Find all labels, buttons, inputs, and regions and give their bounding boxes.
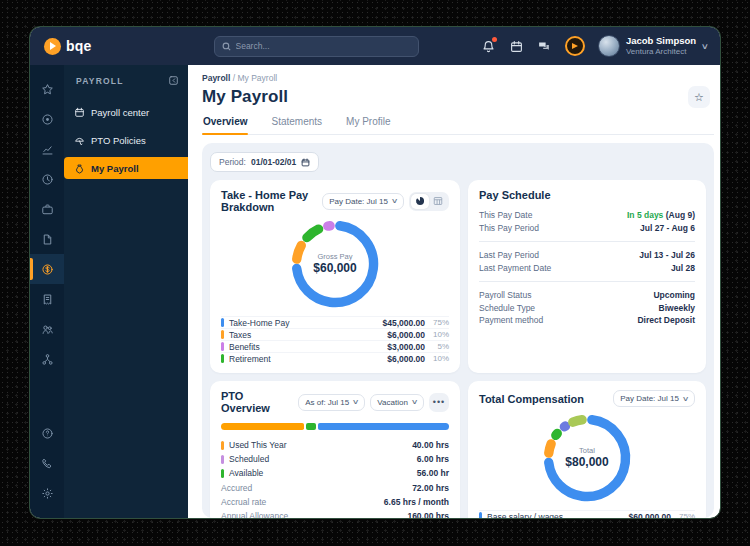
pto-row: Used This Year40.00 hrs <box>221 438 449 452</box>
legend-row: Take-Home Pay$45,000.0075% <box>221 316 449 328</box>
schedule-row: Payment methodDirect Deposit <box>479 314 695 327</box>
rail-favorites-star-icon[interactable] <box>30 74 64 104</box>
more-icon: ••• <box>433 397 445 407</box>
donut-center-label: Gross Pay <box>317 252 352 261</box>
legend-tick <box>221 318 224 327</box>
rail-invoices-receipt-icon[interactable] <box>30 284 64 314</box>
rail-people-icon[interactable] <box>30 314 64 344</box>
pie-view-button[interactable] <box>411 194 429 209</box>
legend-row: Retirement$6,000.0010% <box>221 352 449 364</box>
rail-help-icon[interactable] <box>30 418 64 448</box>
sidebar-item-label: Payroll center <box>91 107 149 118</box>
tab-statements[interactable]: Statements <box>270 116 323 134</box>
as-of-dropdown[interactable]: As of: Jul 15∨ <box>298 394 365 411</box>
chevron-down-icon: ∨ <box>352 398 360 406</box>
page-title: My Payroll <box>202 87 288 107</box>
favorite-star-button[interactable]: ☆ <box>688 86 710 108</box>
user-name: Jacob Simpson <box>626 36 696 47</box>
gross-pay-donut-chart: Gross Pay $60,000 <box>288 217 382 311</box>
assistant-play-button[interactable] <box>565 36 585 56</box>
breadcrumb-root[interactable]: Payroll <box>202 73 230 83</box>
legend-tick <box>221 354 224 363</box>
more-options-button[interactable]: ••• <box>429 393 449 412</box>
topbar: bqe Jacob Simpson Ventura Architect <box>30 27 720 65</box>
sidebar-item-payroll-center[interactable]: Payroll center <box>64 101 188 123</box>
sidebar-item-label: PTO Policies <box>91 135 146 146</box>
divider <box>479 241 695 242</box>
user-menu[interactable]: Jacob Simpson Ventura Architect ∨ <box>598 35 708 57</box>
pto-policies-icon <box>74 135 85 146</box>
schedule-row: This Pay DateIn 5 days (Aug 9) <box>479 209 695 222</box>
user-org: Ventura Architect <box>626 47 696 56</box>
schedule-row: Last Pay PeriodJul 13 - Jul 26 <box>479 249 695 262</box>
rail-settings-gear-icon[interactable] <box>30 478 64 508</box>
rail-dashboard-icon[interactable] <box>30 104 64 134</box>
card-title: Total Compensation <box>479 393 584 405</box>
rail-organization-icon[interactable] <box>30 344 64 374</box>
chevron-down-icon: ∨ <box>701 42 709 51</box>
legend-tick <box>221 342 224 351</box>
chevron-down-icon: ∨ <box>391 197 399 205</box>
pie-chart-icon <box>415 196 425 206</box>
pto-type-dropdown[interactable]: Vacation∨ <box>370 394 424 411</box>
dashboard-canvas: Period:01/01-02/01 Take - Home Pay Brakd… <box>202 143 714 518</box>
my-payroll-icon <box>74 163 85 174</box>
bqe-logo[interactable]: bqe <box>44 38 92 55</box>
card-title: Take - Home Pay Brakdown <box>221 189 318 213</box>
panel-collapse-icon[interactable] <box>168 75 179 86</box>
period-prefix: Period: <box>219 157 246 167</box>
bqe-logo-icon <box>44 38 61 55</box>
schedule-row: Schedule TypeBiweekly <box>479 302 695 315</box>
legend-tick <box>479 512 482 518</box>
period-filter[interactable]: Period:01/01-02/01 <box>210 152 319 172</box>
rail-projects-briefcase-icon[interactable] <box>30 194 64 224</box>
pay-date-dropdown[interactable]: Pay Date: Jul 15∨ <box>322 193 404 210</box>
bqe-logo-text: bqe <box>66 38 92 54</box>
pto-row: Accrual rate6.65 hrs / month <box>221 495 449 509</box>
rail-payroll-icon[interactable] <box>30 254 64 284</box>
pto-row: Accured72.00 hrs <box>221 481 449 495</box>
donut-center-label: Total <box>579 446 595 455</box>
search-input[interactable] <box>236 41 411 51</box>
bar-segment-used-this-year <box>221 423 304 430</box>
table-view-button[interactable] <box>429 194 447 209</box>
tab-bar: Overview Statements My Profile <box>202 116 714 135</box>
schedule-row: Payroll StatusUpcoming <box>479 289 695 302</box>
pto-row: Annual Allowance160.00 hrs <box>221 509 449 518</box>
calendar-icon[interactable] <box>509 39 524 54</box>
legend-row: Taxes$6,000.0010% <box>221 328 449 340</box>
legend-tick <box>221 455 224 464</box>
legend-row: Benefits$3,000.005% <box>221 340 449 352</box>
global-search[interactable] <box>214 36 419 57</box>
avatar <box>598 35 620 57</box>
pto-row: Available56.00 hr <box>221 466 449 480</box>
bar-segment-scheduled <box>306 423 316 430</box>
notification-dot <box>492 37 497 42</box>
rail-support-phone-icon[interactable] <box>30 448 64 478</box>
topbar-actions: Jacob Simpson Ventura Architect ∨ <box>481 35 708 57</box>
card-pay-schedule: Pay Schedule This Pay DateIn 5 days (Aug… <box>468 180 706 373</box>
tab-overview[interactable]: Overview <box>202 116 248 134</box>
panel-title: PAYROLL <box>76 76 124 86</box>
pay-date-dropdown[interactable]: Pay Date: Jul 15∨ <box>613 390 695 407</box>
due-in-badge: In 5 days <box>627 210 663 220</box>
pto-progress-bar <box>221 423 449 430</box>
view-toggle <box>409 192 449 211</box>
donut-center-value: $80,000 <box>565 455 608 470</box>
tab-my-profile[interactable]: My Profile <box>345 116 391 134</box>
messages-icon[interactable] <box>537 39 552 54</box>
breadcrumb-current: My Payroll <box>237 73 277 83</box>
notifications-bell-icon[interactable] <box>481 39 496 54</box>
rail-documents-icon[interactable] <box>30 224 64 254</box>
total-compensation-donut-chart: Total $80,000 <box>540 411 634 505</box>
payroll-center-icon <box>74 107 85 118</box>
search-icon <box>222 42 231 51</box>
pto-row: Scheduled6.00 hrs <box>221 452 449 466</box>
card-take-home-pay: Take - Home Pay Brakdown Pay Date: Jul 1… <box>210 180 460 373</box>
sidebar-item-my-payroll[interactable]: My Payroll <box>64 157 188 179</box>
legend-tick <box>221 441 224 450</box>
sidebar-item-pto-policies[interactable]: PTO Policies <box>64 129 188 151</box>
rail-reports-icon[interactable] <box>30 134 64 164</box>
card-pto-overview: PTO Overview As of: Jul 15∨ Vacation∨ ••… <box>210 381 460 518</box>
rail-time-icon[interactable] <box>30 164 64 194</box>
